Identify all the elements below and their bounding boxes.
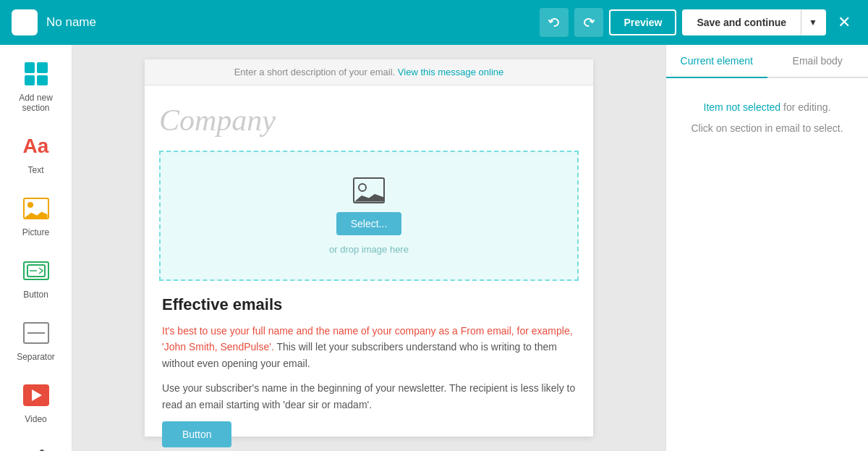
tab-current-element[interactable]: Current element [666, 45, 767, 78]
section-heading: Effective emails [162, 295, 576, 314]
email-header-text: Enter a short description of your email. [234, 67, 396, 77]
preview-button[interactable]: Preview [609, 9, 676, 35]
sidebar-item-label: Button [23, 290, 48, 300]
button-icon [20, 255, 52, 287]
sidebar-item-label: Add new section [10, 93, 62, 113]
right-panel-body: Item not selected for editing. Click on … [666, 78, 868, 158]
drop-image-text: or drop image here [329, 244, 409, 255]
right-panel-hint: Click on section in email to select. [691, 121, 843, 136]
sidebar-item-label: Video [25, 414, 46, 424]
sidebar-item-share[interactable] [4, 434, 68, 451]
company-logo-text: Company [159, 103, 276, 138]
save-continue-button[interactable]: Save and continue [682, 9, 801, 35]
video-icon [20, 379, 52, 411]
email-canvas: Enter a short description of your email.… [145, 59, 593, 437]
sidebar-item-label: Text [27, 165, 43, 175]
sidebar-item-separator[interactable]: Separator [4, 310, 68, 369]
email-text-section: Effective emails It's best to use your f… [145, 281, 593, 451]
tab-email-body[interactable]: Email body [767, 45, 869, 77]
topnav-actions: Preview Save and continue ▼ ✕ [540, 8, 856, 37]
save-continue-dropdown[interactable]: ▼ [801, 9, 826, 35]
section-paragraph-1: It's best to use your full name and the … [162, 323, 576, 371]
topnav: No name Preview Save and continue ▼ ✕ [0, 0, 868, 45]
grid-icon [20, 58, 52, 90]
section-paragraph-2: Use your subscriber's name in the beginn… [162, 380, 576, 413]
right-panel: Current element Email body Item not sele… [665, 45, 868, 451]
email-action-button[interactable]: Button [162, 421, 231, 447]
sidebar-item-add-new-section[interactable]: Add new section [4, 51, 68, 120]
status-suffix: for editing. [780, 101, 830, 113]
paragraph-highlight: It's best to use your full name and the … [162, 325, 573, 353]
image-placeholder-icon [353, 177, 385, 203]
company-logo-area: Company [145, 85, 593, 151]
sidebar-item-picture[interactable]: Picture [4, 185, 68, 245]
app-logo [12, 9, 38, 35]
share-icon [20, 442, 52, 451]
undo-button[interactable] [540, 8, 569, 37]
left-sidebar: Add new section Aa Text Picture [0, 45, 72, 451]
sidebar-item-text[interactable]: Aa Text [4, 123, 68, 182]
redo-button[interactable] [574, 8, 603, 37]
right-panel-tabs: Current element Email body [666, 45, 868, 78]
sidebar-item-label: Picture [22, 227, 49, 237]
main-layout: Add new section Aa Text Picture [0, 45, 868, 451]
select-image-button[interactable]: Select... [336, 212, 402, 235]
picture-icon [20, 193, 52, 224]
canvas-area: Enter a short description of your email.… [72, 45, 665, 451]
save-continue-group: Save and continue ▼ [682, 9, 826, 35]
sidebar-item-button[interactable]: Button [4, 248, 68, 307]
email-header-bar: Enter a short description of your email.… [145, 59, 593, 85]
view-online-link[interactable]: View this message online [398, 67, 503, 77]
close-button[interactable]: ✕ [832, 10, 856, 35]
document-title: No name [46, 15, 531, 30]
separator-icon [20, 317, 52, 349]
sidebar-item-video[interactable]: Video [4, 372, 68, 431]
status-highlight: Item not selected [704, 101, 781, 113]
image-drop-zone[interactable]: Select... or drop image here [159, 151, 579, 281]
sidebar-item-label: Separator [17, 352, 55, 362]
right-panel-status: Item not selected for editing. [704, 100, 831, 115]
text-icon: Aa [20, 130, 52, 162]
